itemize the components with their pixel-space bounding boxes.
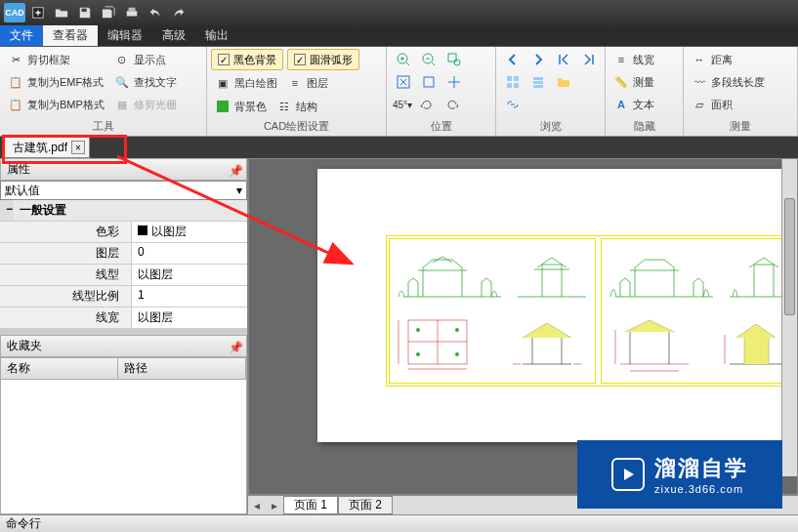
scrollbar-vertical[interactable] xyxy=(781,159,797,476)
label: 背景色 xyxy=(234,100,267,114)
favorites-header: 收藏夹 📌 xyxy=(0,335,247,357)
btn-area[interactable]: ▱面积 xyxy=(688,94,769,115)
qat-new-icon[interactable] xyxy=(27,3,49,22)
page-preview xyxy=(317,169,781,442)
table-row: 线型以图层 xyxy=(0,265,247,286)
toggle-smooth-arc[interactable]: ✓圆滑弧形 xyxy=(287,49,359,70)
label: 距离 xyxy=(711,53,733,67)
btn-bg-color[interactable]: 背景色 xyxy=(211,96,271,117)
pin-icon[interactable]: 📌 xyxy=(229,341,240,352)
menu-editor[interactable]: 编辑器 xyxy=(98,25,152,46)
btn-distance[interactable]: ↔距离 xyxy=(688,49,769,70)
prop-value[interactable]: 1 xyxy=(131,286,247,307)
qat-save-icon[interactable] xyxy=(74,3,96,22)
prop-key: 线型 xyxy=(0,265,131,285)
tab-nav-next[interactable]: ▸ xyxy=(266,499,283,512)
tab-nav-prev[interactable]: ◂ xyxy=(248,499,266,512)
first-icon[interactable] xyxy=(551,49,576,70)
checkbox-icon: ✓ xyxy=(294,54,306,65)
label: 文本 xyxy=(633,98,654,112)
rotate-ccw-icon[interactable] xyxy=(414,94,440,115)
prop-value[interactable]: 以图层 xyxy=(131,307,247,328)
svg-point-20 xyxy=(455,328,459,332)
prop-key: 色彩 xyxy=(0,222,131,242)
btn-show-points[interactable]: ⊙显示点 xyxy=(110,49,181,70)
pin-icon[interactable]: 📌 xyxy=(229,164,240,176)
elevation-drawing xyxy=(394,243,511,302)
next-icon[interactable] xyxy=(525,49,551,70)
svg-point-21 xyxy=(416,352,420,356)
btn-structure[interactable]: ☷结构 xyxy=(273,96,321,117)
structure-icon: ☷ xyxy=(276,99,292,114)
svg-rect-1 xyxy=(82,9,87,13)
svg-point-19 xyxy=(416,328,420,332)
btn-polyline-len[interactable]: 〰多段线长度 xyxy=(688,71,769,93)
text-icon: A xyxy=(613,97,629,112)
zoom-in-icon[interactable] xyxy=(391,49,416,70)
qat-open-icon[interactable] xyxy=(51,3,72,22)
properties-combo[interactable]: 默认值 ▾ xyxy=(0,181,247,200)
link-icon[interactable] xyxy=(500,94,525,115)
btn-measure[interactable]: 📏测量 xyxy=(609,71,658,93)
pan-icon[interactable] xyxy=(441,71,467,93)
btn-text[interactable]: A文本 xyxy=(609,94,658,115)
left-panel: 属性 📌 默认值 ▾ −一般设置 色彩以图层 图层0 线型以图层 线型比例1 线… xyxy=(0,158,248,514)
folder-icon[interactable] xyxy=(551,71,576,93)
qat-saveall-icon[interactable] xyxy=(98,3,119,22)
distance-icon: ↔ xyxy=(692,52,707,67)
prev-icon[interactable] xyxy=(500,49,525,70)
polyline-icon: 〰 xyxy=(692,74,707,90)
rotate-dropdown[interactable]: 45°▾ xyxy=(391,94,414,115)
menu-file[interactable]: 文件 xyxy=(0,25,43,46)
play-icon xyxy=(611,458,645,491)
close-icon[interactable]: × xyxy=(71,141,85,154)
fit-icon[interactable] xyxy=(391,71,416,93)
prop-section[interactable]: −一般设置 xyxy=(0,200,247,222)
collapse-icon[interactable]: − xyxy=(0,200,14,221)
btn-find-text[interactable]: 🔍查找文字 xyxy=(110,71,181,93)
last-icon[interactable] xyxy=(576,49,602,70)
label: 线宽 xyxy=(633,53,654,67)
btn-bw-draw[interactable]: ▣黑白绘图 xyxy=(211,72,281,94)
col-header[interactable]: 路径 xyxy=(118,358,246,379)
ribbon: ✂剪切框架 📋复制为EMF格式 📋复制为BMP格式 ⊙显示点 🔍查找文字 ▦修剪… xyxy=(0,47,798,137)
btn-layers[interactable]: ≡图层 xyxy=(283,72,332,94)
qat-undo-icon[interactable] xyxy=(145,3,166,22)
label: 面积 xyxy=(711,98,733,112)
prop-value[interactable]: 以图层 xyxy=(131,222,247,242)
qat-redo-icon[interactable] xyxy=(168,3,189,22)
bw-icon: ▣ xyxy=(215,75,231,91)
menu-advanced[interactable]: 高级 xyxy=(152,25,195,46)
ribbon-group-position: 45°▾ 位置 xyxy=(387,47,496,136)
document-tab[interactable]: 古建筑.pdf × xyxy=(4,137,90,158)
group-label: 位置 xyxy=(391,118,491,136)
prop-value[interactable]: 0 xyxy=(131,243,247,264)
btn-linewidth[interactable]: ≡线宽 xyxy=(609,49,658,70)
menu-output[interactable]: 输出 xyxy=(195,25,238,46)
toggle-black-bg[interactable]: ✓黑色背景 xyxy=(211,49,283,70)
thumb-icon[interactable] xyxy=(500,71,525,93)
label: 多段线长度 xyxy=(711,75,765,90)
prop-value[interactable]: 以图层 xyxy=(131,265,247,285)
btn-copy-bmp[interactable]: 📋复制为BMP格式 xyxy=(4,94,108,115)
btn-copy-emf[interactable]: 📋复制为EMF格式 xyxy=(4,71,108,93)
col-header[interactable]: 名称 xyxy=(1,358,118,379)
zoom-out-icon[interactable] xyxy=(416,49,441,70)
panel-title: 属性 xyxy=(7,161,30,178)
extents-icon[interactable] xyxy=(416,71,441,93)
menubar: 文件 查看器 编辑器 高级 输出 xyxy=(0,25,798,47)
stack-icon[interactable] xyxy=(525,71,551,93)
btn-crop-frame[interactable]: ✂剪切框架 xyxy=(4,49,108,70)
qat-print-icon[interactable] xyxy=(121,3,143,22)
ribbon-group-tools: ✂剪切框架 📋复制为EMF格式 📋复制为BMP格式 ⊙显示点 🔍查找文字 ▦修剪… xyxy=(0,47,207,136)
rotate-cw-icon[interactable] xyxy=(440,94,465,115)
properties-header: 属性 📌 xyxy=(0,158,247,181)
label: 剪切框架 xyxy=(27,53,70,67)
crop-icon: ✂ xyxy=(8,52,23,67)
page-tab-1[interactable]: 页面 1 xyxy=(283,496,338,514)
page-tab-2[interactable]: 页面 2 xyxy=(338,496,393,514)
scroll-thumb[interactable] xyxy=(784,198,795,315)
menu-viewer[interactable]: 查看器 xyxy=(43,25,98,46)
statusbar: 命令行 xyxy=(0,514,798,532)
zoom-window-icon[interactable] xyxy=(441,49,467,70)
